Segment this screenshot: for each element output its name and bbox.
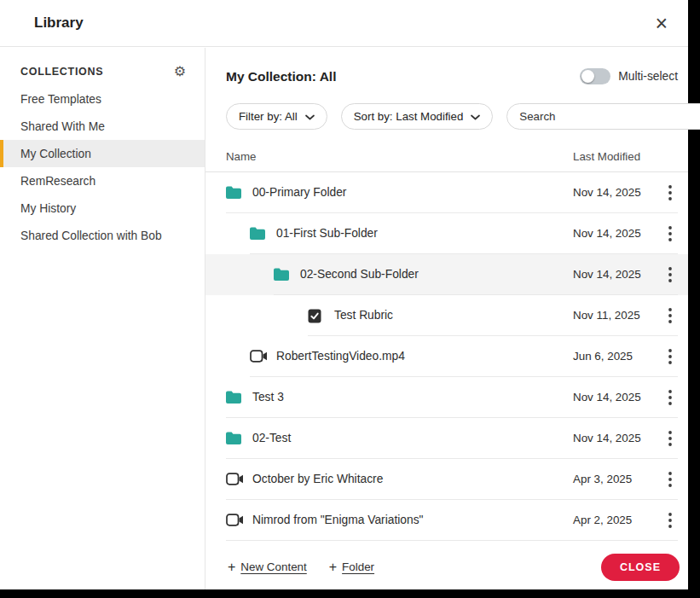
collection-title: My Collection: All — [226, 69, 336, 84]
new-content-label: New Content — [240, 560, 306, 573]
row-date: Nov 14, 2025 — [573, 227, 662, 240]
sidebar-item-label: Shared With Me — [20, 120, 105, 133]
video-icon — [250, 350, 269, 363]
kebab-menu-icon[interactable] — [662, 267, 678, 282]
sidebar-item-my-history[interactable]: My History — [0, 194, 205, 222]
kebab-menu-icon[interactable] — [662, 349, 678, 364]
sidebar: COLLECTIONS ⚙ Free Templates Shared With… — [0, 48, 205, 589]
kebab-menu-icon[interactable] — [662, 308, 678, 323]
plus-icon: + — [329, 560, 337, 574]
row-name: 02-Second Sub-Folder — [300, 268, 573, 281]
column-last-modified: Last Modified — [573, 150, 662, 163]
folder-icon — [226, 186, 245, 199]
folder-icon — [250, 227, 269, 240]
row-date: Nov 14, 2025 — [573, 432, 662, 444]
row-name: RobertTestingVideo.mp4 — [276, 350, 573, 363]
toggle-knob — [581, 70, 594, 83]
sidebar-item-shared-with-me[interactable]: Shared With Me — [0, 113, 205, 140]
table-body: 00-Primary Folder Nov 14, 2025 01-First … — [205, 172, 688, 541]
gear-icon[interactable]: ⚙ — [174, 65, 186, 78]
filter-by-label: Filter by: All — [239, 110, 298, 123]
kebab-menu-icon[interactable] — [662, 226, 678, 241]
search-label: Search — [519, 110, 555, 123]
table-row[interactable]: Test Rubric Nov 11, 2025 — [205, 295, 688, 336]
new-folder-link[interactable]: + Folder — [329, 560, 374, 574]
sidebar-heading: COLLECTIONS ⚙ — [0, 58, 205, 85]
row-date: Nov 11, 2025 — [573, 309, 662, 322]
chevron-down-icon — [471, 110, 480, 123]
controls-row: Filter by: All Sort by: Last Modified Se… — [205, 84, 688, 130]
sidebar-item-remresearch[interactable]: RemResearch — [0, 167, 205, 194]
table-row[interactable]: Test 3 Nov 14, 2025 — [205, 377, 688, 418]
kebab-menu-icon[interactable] — [662, 390, 678, 405]
plus-icon: + — [228, 560, 235, 574]
row-name: 01-First Sub-Folder — [276, 227, 573, 240]
video-icon — [226, 514, 245, 526]
folder-icon — [274, 268, 292, 281]
row-name: Nimrod from "Enigma Variations" — [252, 514, 573, 526]
row-name: Test Rubric — [334, 309, 573, 322]
search-input[interactable] — [562, 110, 700, 123]
table-header: Name Last Modified — [205, 142, 688, 172]
row-name: Test 3 — [252, 391, 573, 404]
multi-select-toggle[interactable] — [580, 68, 610, 84]
row-date: Jun 6, 2025 — [573, 350, 662, 363]
table-row[interactable]: October by Eric Whitacre Apr 3, 2025 — [205, 459, 688, 500]
kebab-menu-icon[interactable] — [662, 185, 678, 200]
video-icon — [226, 473, 245, 485]
multi-select-control: Multi-select — [580, 68, 678, 84]
table-row[interactable]: RobertTestingVideo.mp4 Jun 6, 2025 — [205, 336, 688, 377]
rubric-icon — [308, 308, 327, 323]
chevron-down-icon — [305, 110, 315, 123]
row-name: 00-Primary Folder — [252, 186, 573, 199]
main-panel: My Collection: All Multi-select Filter b… — [205, 48, 688, 589]
sidebar-item-label: My Collection — [20, 148, 91, 160]
close-button[interactable]: CLOSE — [601, 554, 680, 581]
modal-title: Library — [34, 15, 84, 32]
collections-heading: COLLECTIONS — [20, 66, 103, 78]
table-row[interactable]: 01-First Sub-Folder Nov 14, 2025 — [205, 213, 688, 254]
row-date: Nov 14, 2025 — [573, 268, 662, 281]
filter-by-dropdown[interactable]: Filter by: All — [226, 103, 327, 130]
sidebar-item-free-templates[interactable]: Free Templates — [0, 85, 205, 113]
table-row[interactable]: Nimrod from "Enigma Variations" Apr 2, 2… — [205, 500, 688, 541]
folder-icon — [226, 391, 245, 404]
table-row[interactable]: 00-Primary Folder Nov 14, 2025 — [205, 172, 688, 213]
library-modal: Library × COLLECTIONS ⚙ Free Templates S… — [0, 0, 688, 589]
sort-by-label: Sort by: Last Modified — [354, 110, 464, 123]
sidebar-item-label: Free Templates — [20, 93, 101, 106]
row-name: October by Eric Whitacre — [252, 473, 573, 485]
kebab-menu-icon[interactable] — [662, 431, 678, 446]
sidebar-item-shared-collection-with-bob[interactable]: Shared Collection with Bob — [0, 222, 205, 249]
new-folder-label: Folder — [342, 560, 374, 573]
column-name: Name — [226, 150, 573, 163]
multi-select-label: Multi-select — [618, 70, 678, 83]
modal-header: Library × — [0, 0, 688, 47]
sidebar-item-label: RemResearch — [20, 175, 95, 188]
row-date: Apr 2, 2025 — [573, 514, 662, 526]
new-content-link[interactable]: + New Content — [228, 560, 307, 574]
search-box: Search — [506, 103, 700, 130]
sidebar-item-label: My History — [20, 202, 76, 215]
row-date: Nov 14, 2025 — [573, 391, 662, 404]
table-row-selected[interactable]: 02-Second Sub-Folder Nov 14, 2025 — [205, 254, 688, 295]
row-date: Nov 14, 2025 — [573, 186, 662, 199]
main-header: My Collection: All Multi-select — [205, 48, 688, 84]
main-footer: + New Content + Folder CLOSE — [205, 544, 688, 589]
sidebar-item-label: Shared Collection with Bob — [20, 229, 162, 242]
row-date: Apr 3, 2025 — [573, 473, 662, 485]
sidebar-item-my-collection[interactable]: My Collection — [0, 140, 205, 167]
kebab-menu-icon[interactable] — [662, 472, 678, 487]
sort-by-dropdown[interactable]: Sort by: Last Modified — [341, 103, 494, 130]
close-icon[interactable]: × — [653, 13, 669, 34]
kebab-menu-icon[interactable] — [662, 513, 678, 528]
row-name: 02-Test — [252, 432, 573, 444]
folder-icon — [226, 432, 245, 444]
table-row[interactable]: 02-Test Nov 14, 2025 — [205, 418, 688, 459]
